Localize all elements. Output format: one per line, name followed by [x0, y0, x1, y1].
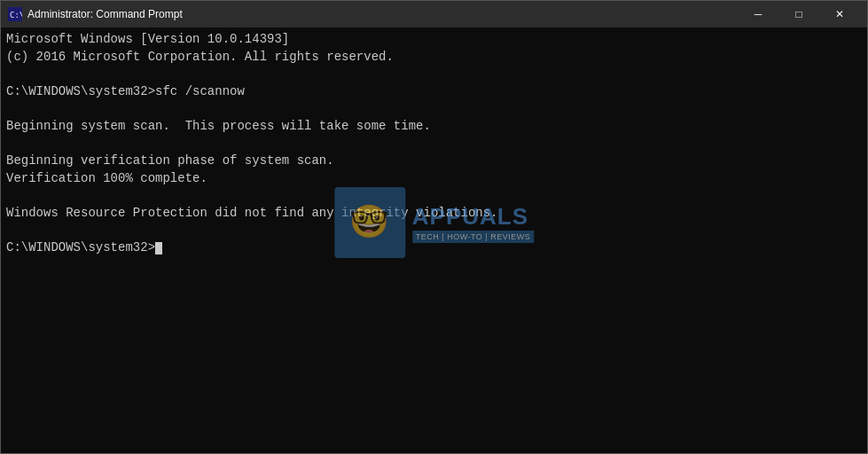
minimize-button[interactable]: ─ — [738, 1, 778, 27]
cursor — [155, 242, 162, 254]
close-button[interactable]: ✕ — [819, 1, 860, 27]
maximize-button[interactable]: □ — [778, 1, 819, 27]
cmd-icon: C:\ — [8, 7, 22, 21]
title-bar-left: C:\ Administrator: Command Prompt — [8, 7, 183, 21]
command-prompt-window: C:\ Administrator: Command Prompt ─ □ ✕ … — [0, 0, 868, 454]
svg-text:C:\: C:\ — [10, 11, 22, 20]
title-bar-controls: ─ □ ✕ — [738, 1, 860, 27]
console-area[interactable]: Microsoft Windows [Version 10.0.14393] (… — [1, 27, 867, 453]
window-title: Administrator: Command Prompt — [27, 8, 183, 20]
title-bar: C:\ Administrator: Command Prompt ─ □ ✕ — [1, 1, 867, 27]
console-output: Microsoft Windows [Version 10.0.14393] (… — [6, 31, 862, 257]
